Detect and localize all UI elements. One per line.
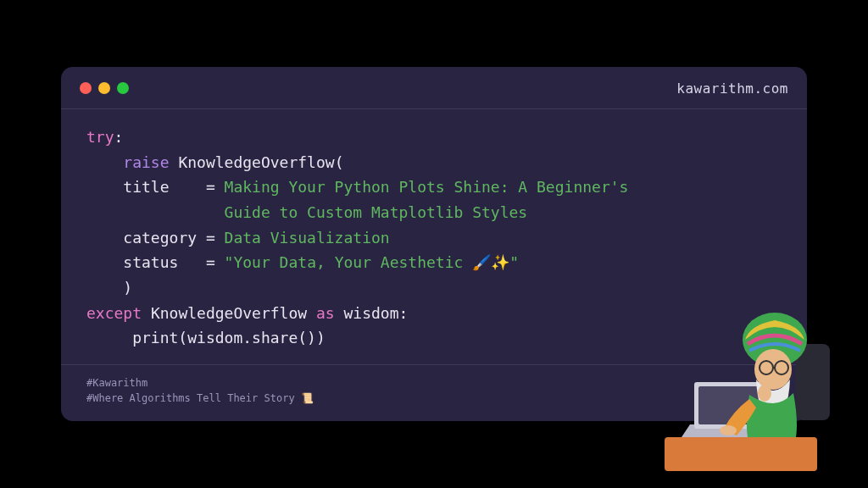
- titlebar: kawarithm.com: [61, 67, 807, 109]
- except-keyword: except: [86, 304, 142, 322]
- category-value: Data Visualization: [225, 229, 390, 247]
- colon: :: [114, 128, 124, 146]
- colon2: :: [399, 304, 409, 322]
- svg-rect-1: [665, 437, 817, 471]
- title-value-line1: Making Your Python Plots Shine: A Beginn…: [225, 178, 629, 196]
- raise-keyword: raise: [123, 153, 169, 171]
- site-name: kawarithm.com: [676, 80, 788, 97]
- print-call: print(wisdom.share()): [132, 329, 326, 347]
- title-value-line2: Guide to Custom Matplotlib Styles: [225, 203, 528, 221]
- category-key: category: [123, 229, 197, 247]
- status-key: status: [123, 253, 178, 271]
- close-icon[interactable]: [80, 82, 92, 94]
- title-key: title: [123, 178, 169, 196]
- equals: =: [197, 229, 225, 247]
- svg-point-10: [720, 425, 737, 435]
- exception-ref: KnowledgeOverflow: [151, 304, 307, 322]
- minimize-icon[interactable]: [98, 82, 110, 94]
- maximize-icon[interactable]: [117, 82, 129, 94]
- traffic-lights: [80, 82, 129, 94]
- equals: =: [197, 178, 225, 196]
- close-paren: ): [123, 279, 132, 297]
- wisdom-var: wisdom: [343, 304, 398, 322]
- as-keyword: as: [316, 304, 335, 322]
- try-keyword: try: [86, 128, 114, 146]
- equals: =: [197, 253, 225, 271]
- exception-class: KnowledgeOverflow: [178, 153, 334, 171]
- status-value: "Your Data, Your Aesthetic 🖌️✨": [225, 253, 519, 271]
- open-paren: (: [335, 153, 344, 171]
- svg-point-9: [758, 385, 771, 402]
- sage-illustration-icon: [665, 302, 843, 471]
